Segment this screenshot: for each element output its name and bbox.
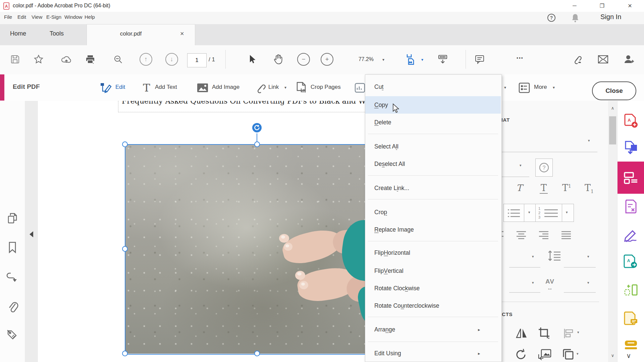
scroll-down-icon[interactable]: ∨ xyxy=(608,353,617,358)
zoom-caret-icon[interactable]: ▾ xyxy=(382,57,384,62)
scroll-up-icon[interactable]: ∧ xyxy=(608,106,617,111)
hide-toolbar-icon[interactable] xyxy=(435,52,450,67)
menu-item-create-link[interactable]: Create Link... xyxy=(365,179,501,197)
menu-help[interactable]: Help xyxy=(85,14,95,20)
char-spacing-value-caret-icon[interactable]: ▾ xyxy=(587,281,589,285)
selected-image[interactable] xyxy=(125,144,390,354)
menu-item-deselect-all[interactable]: Deselect All xyxy=(365,155,501,173)
line-spacing-value-caret-icon[interactable]: ▾ xyxy=(587,254,589,259)
selection-handle-top-left[interactable] xyxy=(122,141,128,147)
fit-width-caret-icon[interactable]: ▾ xyxy=(421,57,423,62)
share-link-icon[interactable] xyxy=(570,52,584,67)
selection-handle-bottom-left[interactable] xyxy=(122,351,128,356)
minimize-button[interactable]: ─ xyxy=(564,0,585,11)
menu-file[interactable]: File xyxy=(4,14,12,20)
menu-item-flip-vertical[interactable]: Flip Vertical xyxy=(365,262,501,280)
zoom-search-icon[interactable] xyxy=(111,52,125,67)
tab-tools[interactable]: Tools xyxy=(50,30,64,37)
collapse-panel-icon[interactable] xyxy=(30,231,33,237)
selection-handle-top-center[interactable] xyxy=(254,141,260,147)
align-objects-caret-icon[interactable]: ▾ xyxy=(577,330,579,335)
previous-view-icon[interactable]: ↑ xyxy=(139,52,153,67)
zoom-level-value[interactable]: 77.2% xyxy=(350,56,374,62)
organize-pages-icon[interactable] xyxy=(624,283,638,298)
subscript-button[interactable]: T1 xyxy=(585,183,594,194)
edit-tool-icon[interactable] xyxy=(99,81,113,95)
close-edit-pdf-button[interactable]: Close xyxy=(592,81,636,100)
duplicate-object-icon[interactable] xyxy=(562,348,574,360)
rotate-object-icon[interactable] xyxy=(515,348,527,361)
more-tools-chevron-icon[interactable]: ∨ xyxy=(626,352,631,360)
align-right-icon[interactable] xyxy=(538,230,549,240)
destinations-icon[interactable] xyxy=(6,271,19,283)
create-pdf-icon[interactable]: A xyxy=(624,113,638,128)
format-help-button[interactable]: ? xyxy=(535,159,553,177)
save-icon[interactable] xyxy=(8,52,22,67)
line-spacing-caret-icon[interactable]: ▾ xyxy=(532,254,534,259)
more-panel-icon[interactable] xyxy=(518,82,530,94)
align-objects-icon[interactable] xyxy=(563,328,577,339)
add-image-icon[interactable] xyxy=(197,83,209,93)
menu-item-rotate-counterclockwise[interactable]: Rotate Counterclockwise xyxy=(365,297,501,314)
menu-item-crop[interactable]: Crop xyxy=(365,203,501,221)
selection-handle-mid-left[interactable] xyxy=(122,246,128,252)
edit-pdf-tool-selected[interactable] xyxy=(618,162,644,194)
numbered-list-button[interactable]: 123 ▾ xyxy=(535,204,574,222)
menu-window[interactable]: Window xyxy=(64,14,82,20)
align-center-icon[interactable] xyxy=(516,230,527,240)
bookmarks-icon[interactable] xyxy=(7,241,18,254)
help-icon[interactable]: ? xyxy=(547,13,556,22)
link-caret-icon[interactable]: ▾ xyxy=(284,85,286,90)
fill-sign-icon[interactable] xyxy=(624,229,638,244)
link-tool-button[interactable]: Link xyxy=(268,84,279,90)
crop-object-icon[interactable] xyxy=(538,327,550,340)
tab-document[interactable]: color.pdf × xyxy=(87,24,195,46)
char-spacing-caret-icon[interactable]: ▾ xyxy=(532,281,534,285)
tab-close-icon[interactable]: × xyxy=(180,30,184,38)
edit-tool-button[interactable]: Edit xyxy=(115,84,125,90)
menu-view[interactable]: View xyxy=(32,14,42,20)
flip-horizontal-icon[interactable] xyxy=(515,327,528,339)
menu-item-flip-horizontal[interactable]: Flip Horizontal xyxy=(365,244,501,261)
font-family-field[interactable] xyxy=(487,152,597,152)
sign-in-button[interactable]: Sign In xyxy=(600,13,621,21)
char-spacing-field[interactable] xyxy=(509,292,540,293)
crop-pages-icon[interactable] xyxy=(295,81,308,95)
zoom-out-icon[interactable]: − xyxy=(296,52,311,67)
cloud-upload-icon[interactable] xyxy=(59,52,74,67)
pdf-form-icon[interactable] xyxy=(624,199,638,214)
zoom-in-icon[interactable]: + xyxy=(320,52,334,67)
export-pdf-icon[interactable]: A xyxy=(624,254,638,269)
comment-tool-icon[interactable] xyxy=(624,311,638,326)
more-tools-ellipsis-icon[interactable]: ••• xyxy=(517,55,524,61)
fit-width-tool-icon[interactable] xyxy=(404,52,419,67)
superscript-button[interactable]: T1 xyxy=(562,183,571,193)
menu-item-delete[interactable]: Delete xyxy=(365,114,501,131)
scrollbar-thumb[interactable] xyxy=(609,116,616,144)
menu-item-arrange[interactable]: Arrange ▸ xyxy=(365,321,501,338)
add-text-button[interactable]: Add Text xyxy=(155,84,177,90)
print-icon[interactable] xyxy=(83,52,98,67)
line-spacing-field[interactable] xyxy=(509,267,540,267)
italic-button[interactable]: T xyxy=(516,183,522,193)
selection-handle-bottom-center[interactable] xyxy=(254,351,260,356)
page-number-input[interactable] xyxy=(187,53,207,67)
align-justify-icon[interactable] xyxy=(561,230,572,240)
maximize-button[interactable]: ❐ xyxy=(591,0,613,11)
share-person-icon[interactable] xyxy=(622,52,636,67)
hidden-tool-icon[interactable] xyxy=(354,82,366,93)
star-favorite-icon[interactable] xyxy=(31,52,46,67)
numbered-list-caret-icon[interactable]: ▾ xyxy=(566,210,568,215)
menu-edit[interactable]: Edit xyxy=(17,14,26,20)
underline-button[interactable]: T xyxy=(540,183,548,194)
tags-icon[interactable] xyxy=(6,328,19,341)
add-text-icon[interactable]: T xyxy=(141,82,152,94)
hand-tool-icon[interactable] xyxy=(271,52,285,67)
comment-icon[interactable] xyxy=(472,52,487,67)
panel-scrollbar[interactable]: ∧ ∨ xyxy=(608,101,617,362)
menu-item-rotate-clockwise[interactable]: Rotate Clockwise xyxy=(365,280,501,297)
email-icon[interactable] xyxy=(596,52,610,67)
page-thumbnails-icon[interactable] xyxy=(6,212,18,225)
replace-image-icon[interactable] xyxy=(538,349,552,360)
close-window-button[interactable]: ✕ xyxy=(619,0,641,11)
